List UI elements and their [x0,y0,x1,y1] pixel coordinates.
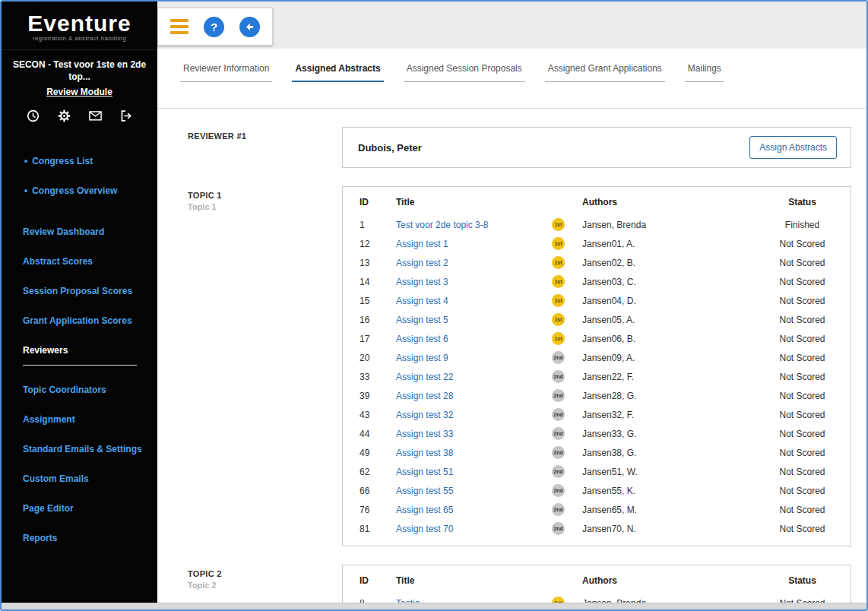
help-icon[interactable]: ? [204,17,224,37]
abstract-title-link[interactable]: Assign test 65 [396,505,453,515]
abstract-title-link[interactable]: Assign test 55 [396,486,453,496]
column-header-round [552,190,582,215]
sidebar-item-label: Review Dashboard [23,226,104,237]
tab-assigned-session-proposals[interactable]: Assigned Session Proposals [404,62,525,82]
abstract-title-link[interactable]: Test voor 2de topic 3-8 [396,220,488,230]
review-round-badge: 2nd [552,484,565,497]
abstract-title-link[interactable]: Assign test 4 [396,296,448,306]
abstract-id: 44 [343,424,396,443]
sidebar-item-custom-emails[interactable]: Custom Emails [2,473,157,484]
abstract-id: 81 [343,519,396,538]
sidebar-item-label: Custom Emails [23,473,89,484]
review-module-link[interactable]: Review Module [2,87,157,97]
logout-icon[interactable] [120,109,133,122]
sidebar-item-label: Grant Application Scores [23,315,132,326]
abstract-id: 14 [343,272,396,291]
abstract-authors: Jansen06, B. [582,329,765,348]
column-header-title: Title [396,190,552,215]
sidebar-item-session-proposal-scores[interactable]: Session Proposal Scores [2,286,157,296]
abstract-title-link[interactable]: Assign test 32 [396,410,453,420]
sidebar-item-topic-coordinators[interactable]: Topic Coordinators [2,385,157,395]
sidebar-item-label: Reviewers [23,345,68,356]
review-round-badge: 2nd [552,503,565,516]
tab-assigned-grant-applications[interactable]: Assigned Grant Applications [545,62,665,82]
assign-abstracts-button[interactable]: Assign Abstracts [749,136,837,159]
congress-title: SECON - Test voor 1ste en 2de top... [2,59,157,83]
sidebar-item-label: Topic Coordinators [23,385,106,395]
sidebar-item-standard-emails-settings[interactable]: Standard Emails & Settings [2,444,157,454]
abstract-status: Not Scored [765,443,851,462]
tab-mailings[interactable]: Mailings [685,62,724,82]
sidebar-item-review-dashboard[interactable]: Review Dashboard [2,226,157,237]
sidebar-item-label: Congress Overview [32,185,117,196]
abstract-title-link[interactable]: Assign test 5 [396,315,448,325]
abstract-title-link[interactable]: Assign test 33 [396,429,453,439]
abstract-title-link[interactable]: Assign test 38 [396,448,453,458]
review-round-badge: 2nd [552,522,565,535]
menu-icon[interactable] [170,19,188,34]
abstract-id: 17 [343,329,396,348]
tab-strip: Reviewer Information Assigned Abstracts … [157,49,866,109]
sidebar-item-grant-application-scores[interactable]: Grant Application Scores [2,315,157,326]
abstract-title-link[interactable]: Assign test 1 [396,239,448,249]
abstract-title-link[interactable]: Assign test 6 [396,334,448,344]
sidebar-item-label: Standard Emails & Settings [23,444,142,454]
content-area: REVIEWER #1 Dubois, Peter Assign Abstrac… [157,109,866,609]
review-round-badge: 2nd [552,351,565,364]
sidebar-item-reviewers[interactable]: Reviewers [2,345,157,366]
abstract-authors: Jansen22, F. [582,367,765,386]
abstract-title-link[interactable]: Assign test 3 [396,277,448,287]
abstract-row: 15 Assign test 4 1st Jansen04, D. Not Sc… [343,291,851,310]
abstract-title-link[interactable]: Assign test 2 [396,258,448,268]
abstract-title-link[interactable]: Assign test 51 [396,467,453,477]
abstract-id: 1 [343,215,396,234]
topic-label: TOPIC 2 [188,569,342,578]
abstract-authors: Jansen65, M. [582,500,765,519]
abstract-title-link[interactable]: Assign test 22 [396,372,453,382]
topic-label: TOPIC 1 [188,191,342,200]
abstract-authors: Jansen01, A. [582,234,765,253]
abstract-title-link[interactable]: Assign test 70 [396,524,453,534]
review-round-badge: 1st [552,237,565,250]
sidebar-item-label: Abstract Scores [23,256,93,267]
gear-icon[interactable] [58,109,71,122]
column-header-title: Title [396,568,552,594]
reviewer-name: Dubois, Peter [358,142,422,154]
mail-icon[interactable] [89,109,102,122]
abstract-id: 13 [343,253,396,272]
review-round-badge: 2nd [552,427,565,440]
abstract-status: Not Scored [765,405,851,424]
sidebar-item-abstract-scores[interactable]: Abstract Scores [2,256,157,267]
main-area: ? Reviewer Information Assigned Abstract… [157,2,866,609]
abstract-authors: Jansen09, A. [582,348,765,367]
topic-sublabel: Topic 2 [188,581,342,590]
abstract-row: 20 Assign test 9 2nd Jansen09, A. Not Sc… [343,348,851,367]
abstract-title-link[interactable]: Assign test 28 [396,391,453,401]
sidebar-item-assignment[interactable]: Assignment [2,414,157,425]
sidebar-item-reports[interactable]: Reports [2,533,157,543]
abstract-row: 17 Assign test 6 1st Jansen06, B. Not Sc… [343,329,851,348]
abstract-row: 49 Assign test 38 2nd Jansen38, G. Not S… [343,443,851,462]
abstract-authors: Jansen55, K. [582,481,765,500]
abstract-title-link[interactable]: Assign test 9 [396,353,448,363]
abstract-status: Not Scored [765,234,851,253]
abstract-authors: Jansen28, G. [582,386,765,405]
back-icon[interactable] [239,17,260,37]
horizontal-scrollbar[interactable] [2,603,866,609]
app-window: Eventure registration & abstract handlin… [0,0,868,611]
abstract-status: Not Scored [765,367,851,386]
abstract-id: 39 [343,386,396,405]
abstract-id: 76 [343,500,396,519]
sidebar-nav: •Congress List •Congress Overview Review… [2,156,157,543]
sidebar-item-congress-list[interactable]: •Congress List [2,156,157,166]
topic-section: TOPIC 1 Topic 1 ID Title Authors Status … [188,186,851,546]
clock-icon[interactable] [27,109,40,122]
sidebar-item-page-editor[interactable]: Page Editor [2,503,157,514]
abstract-status: Not Scored [765,348,851,367]
tab-reviewer-information[interactable]: Reviewer Information [180,62,272,82]
tab-assigned-abstracts[interactable]: Assigned Abstracts [292,62,383,82]
abstract-status: Not Scored [765,500,851,519]
sidebar-item-congress-overview[interactable]: •Congress Overview [2,185,157,196]
column-header-authors: Authors [582,568,765,594]
abstract-status: Not Scored [765,481,851,500]
